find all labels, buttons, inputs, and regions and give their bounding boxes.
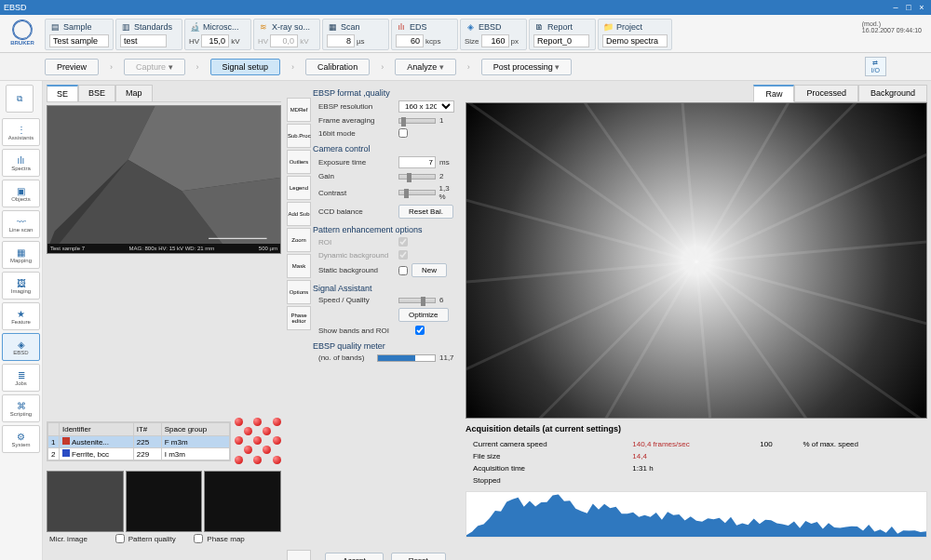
preview-button[interactable]: Preview — [45, 59, 99, 75]
card-xray-label: X-ray so... — [272, 22, 310, 32]
tool-composer[interactable]: Composer — [287, 550, 311, 560]
card-project-value: Demo spectra — [602, 34, 668, 47]
card-eds[interactable]: ılıEDS 60kcps — [391, 19, 458, 50]
thumbnail-row: Micr. image Pattern quality Phase map — [47, 471, 281, 532]
col-spacegroup[interactable]: Space group — [161, 423, 229, 436]
contrast-value: 1,3 % — [439, 184, 458, 201]
card-scan-label: Scan — [341, 22, 360, 32]
frame-avg-slider[interactable] — [398, 118, 436, 124]
sidebar-spectra[interactable]: ılıSpectra — [2, 149, 40, 177]
optimize-button[interactable]: Optimize — [398, 308, 449, 322]
gain-value: 2 — [439, 172, 458, 180]
card-eds-value: 60 — [396, 34, 424, 47]
card-scan-value: 8 — [327, 34, 355, 47]
tool-outliers[interactable]: Outliers — [287, 150, 311, 174]
exposure-unit: ms — [439, 158, 458, 167]
card-standards[interactable]: ▥Standards test — [115, 19, 182, 50]
sidebar-linescan[interactable]: 〰Line scan — [2, 210, 40, 238]
tool-options[interactable]: Options — [287, 280, 311, 304]
acquisition-table: Current camera speed 140,4 frames/sec 10… — [471, 437, 927, 487]
ebsp-pattern-image[interactable] — [466, 102, 927, 419]
assistants-top-icon[interactable]: ⧉ — [6, 85, 34, 113]
card-microscope-field: HV — [189, 37, 199, 46]
sem-footer-left: Test sample 7 — [50, 246, 85, 251]
tool-subproc[interactable]: Sub.Proc — [287, 124, 311, 148]
exposure-input[interactable] — [398, 156, 436, 168]
post-processing-button[interactable]: Post processing — [481, 59, 573, 75]
sidebar-system[interactable]: ⚙System — [2, 425, 40, 453]
accept-button[interactable]: Accept — [325, 553, 383, 560]
microscope-icon: 🔬 — [189, 21, 200, 33]
ebsp-resolution-select[interactable]: 160 x 120 — [398, 100, 454, 113]
card-sample-label: Sample — [63, 22, 92, 32]
contrast-slider[interactable] — [398, 190, 436, 195]
card-report[interactable]: 🗎Report Report_0 — [529, 19, 596, 50]
analyze-button[interactable]: Analyze — [395, 59, 456, 75]
tab-background[interactable]: Background — [858, 85, 927, 102]
card-ebsd[interactable]: ◈EBSD Size160px — [460, 19, 527, 50]
card-scan[interactable]: ▦Scan 8µs — [322, 19, 389, 50]
card-xray[interactable]: ≋X-ray so... HV0,0kV — [253, 19, 320, 50]
acquisition-header: Acquisition details (at current settings… — [466, 424, 927, 433]
right-tabs: Raw Processed Background — [466, 85, 927, 102]
phase-row-2[interactable]: 2 Ferrite, bcc 229 I m3m — [48, 448, 230, 460]
thumb-pattern-quality[interactable]: Pattern quality — [126, 471, 203, 532]
sem-scalebar-label: 500 µm — [259, 246, 277, 251]
tab-map[interactable]: Map — [115, 85, 153, 101]
tool-legend[interactable]: Legend — [287, 176, 311, 200]
card-sample[interactable]: ▤Sample Test sample — [45, 19, 114, 50]
card-microscope[interactable]: 🔬Microsc... HV15,0kV — [184, 19, 251, 50]
speed-quality-slider[interactable] — [398, 298, 436, 303]
image-tabs: SE BSE Map — [47, 85, 281, 102]
card-project[interactable]: 📁Project Demo spectra — [598, 19, 672, 50]
thumb-pm-checkbox[interactable] — [194, 534, 203, 543]
tab-bse[interactable]: BSE — [78, 85, 115, 101]
io-button[interactable]: ⇄I/O — [865, 57, 886, 76]
thumb-micr[interactable]: Micr. image — [47, 471, 124, 532]
tool-mask[interactable]: Mask — [287, 254, 311, 278]
thumb-phase-map[interactable]: Phase map — [204, 471, 281, 532]
sidebar-feature[interactable]: ★Feature — [2, 302, 40, 330]
thumb-pq-checkbox[interactable] — [115, 534, 125, 543]
minimize-icon[interactable]: – — [890, 3, 901, 12]
tab-se[interactable]: SE — [47, 85, 78, 101]
signal-setup-button[interactable]: Signal setup — [210, 59, 281, 75]
sidebar-jobs[interactable]: ≣Jobs — [2, 364, 40, 392]
sidebar-scripting[interactable]: ⌘Scripting — [2, 394, 40, 422]
col-identifier[interactable]: Identifier — [60, 423, 134, 436]
tool-mdref[interactable]: MDRef — [287, 98, 311, 122]
show-bands-checkbox[interactable] — [415, 326, 425, 335]
tab-processed[interactable]: Processed — [794, 85, 858, 102]
sidebar-assistants[interactable]: ⋮Assistants — [2, 118, 40, 146]
sidebar-ebsd[interactable]: ◈EBSD — [2, 333, 40, 361]
svg-marker-5 — [466, 495, 926, 538]
new-button[interactable]: New — [412, 263, 447, 277]
tool-addsub[interactable]: Add Sub — [287, 202, 311, 226]
sidebar-imaging[interactable]: 🖼Imaging — [2, 272, 40, 300]
close-icon[interactable]: × — [916, 3, 927, 12]
speed-label: Current camera speed — [473, 439, 630, 449]
tool-phase-editor[interactable]: Phase editor — [287, 306, 311, 330]
maximize-icon[interactable]: □ — [903, 3, 914, 12]
col-it[interactable]: IT# — [133, 423, 161, 436]
capture-button[interactable]: Capture — [124, 59, 185, 75]
static-bg-checkbox[interactable] — [398, 266, 408, 275]
reset-button[interactable]: Reset — [391, 553, 446, 560]
bit16-checkbox[interactable] — [398, 128, 408, 138]
speed-quality-label: Speed / Quality — [318, 296, 395, 304]
sidebar-objects[interactable]: ▣Objects — [2, 180, 40, 207]
tab-raw[interactable]: Raw — [753, 85, 794, 102]
card-project-label: Project — [616, 22, 642, 32]
side-tools: MDRef Sub.Proc Outliers Legend Add Sub Z… — [287, 98, 311, 330]
gain-slider[interactable] — [398, 174, 436, 180]
reset-balance-button[interactable]: Reset Bal. — [398, 205, 453, 219]
phase-row-1[interactable]: 1 Austenite... 225 F m3m — [48, 436, 230, 448]
sem-image[interactable]: Test sample 7 MAG: 800x HV: 15 kV WD: 21… — [47, 105, 281, 254]
card-xray-value: 0,0 — [270, 34, 298, 47]
sidebar-mapping[interactable]: ▦Mapping — [2, 241, 40, 269]
card-microscope-unit: kV — [231, 37, 239, 46]
calibration-button[interactable]: Calibration — [305, 59, 370, 75]
card-eds-label: EDS — [410, 22, 427, 32]
ebsd-icon: ◈ — [465, 21, 476, 33]
tool-zoom[interactable]: Zoom — [287, 228, 311, 252]
